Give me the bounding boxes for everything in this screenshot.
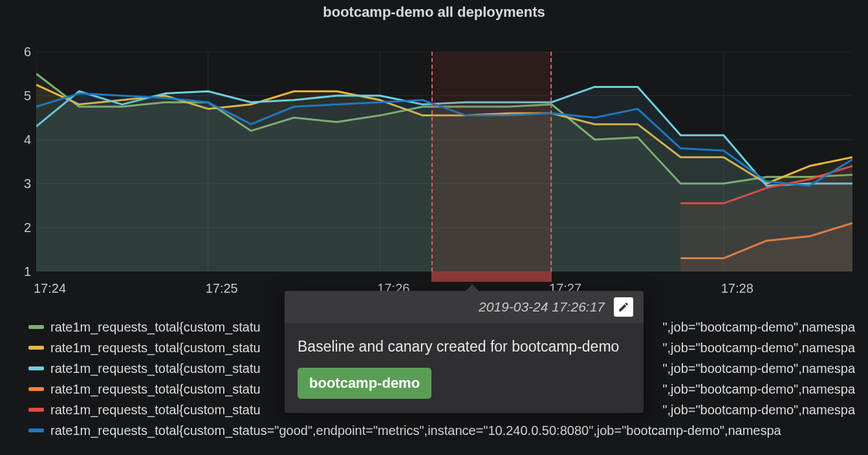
plot-area[interactable] — [36, 52, 852, 271]
annotation-region[interactable] — [431, 52, 552, 271]
x-tick-label: 17:24 — [34, 281, 66, 296]
x-tick-label: 17:25 — [206, 281, 238, 296]
tooltip-arrow — [466, 284, 479, 291]
legend-label-suffix: ",job="bootcamp-demo",namespa — [662, 320, 855, 335]
legend-label: rate1m_requests_total{custom_statu — [50, 341, 261, 355]
legend-label-suffix: ",job="bootcamp-demo",namespa — [662, 341, 855, 355]
chart-panel: bootcamp-demo all deployments 123456 17:… — [0, 0, 868, 455]
annotation-tag[interactable]: bootcamp-demo — [298, 368, 431, 399]
edit-annotation-button[interactable] — [614, 297, 633, 317]
legend-swatch — [28, 408, 44, 412]
legend-item[interactable]: rate1m_requests_total{custom_status="goo… — [28, 420, 855, 441]
legend-swatch — [28, 387, 44, 391]
x-tick-label: 17:28 — [721, 281, 754, 296]
y-tick-label: 6 — [24, 45, 31, 59]
legend-swatch — [28, 429, 44, 432]
y-axis-ticks: 123456 — [18, 52, 34, 271]
y-tick-label: 1 — [24, 264, 31, 279]
legend-label: rate1m_requests_total{custom_statu — [50, 320, 261, 335]
tooltip-header: 2019-03-24 17:26:17 — [285, 291, 644, 323]
tooltip-timestamp: 2019-03-24 17:26:17 — [479, 299, 605, 315]
legend-label: rate1m_requests_total{custom_status="goo… — [50, 423, 781, 438]
annotation-tooltip: 2019-03-24 17:26:17 Baseline and canary … — [285, 291, 644, 413]
annotation-region-handle[interactable] — [431, 271, 552, 282]
tooltip-text: Baseline and canary created for bootcamp… — [298, 336, 631, 357]
legend-label-suffix: ",job="bootcamp-demo",namespa — [662, 361, 855, 376]
chart-region[interactable]: 123456 17:2417:2517:2617:2717:28 — [18, 45, 852, 309]
annotation-region-left-edge[interactable] — [431, 52, 433, 271]
y-tick-label: 5 — [24, 89, 31, 103]
legend-label: rate1m_requests_total{custom_statu — [50, 403, 261, 418]
legend-swatch — [28, 325, 44, 329]
pencil-icon — [618, 301, 629, 313]
legend-label-suffix: ",job="bootcamp-demo",namespa — [662, 403, 855, 418]
legend-label: rate1m_requests_total{custom_statu — [50, 361, 261, 376]
legend-swatch — [28, 366, 44, 370]
tooltip-body: Baseline and canary created for bootcamp… — [285, 323, 644, 413]
legend-label-suffix: ",job="bootcamp-demo",namespa — [662, 382, 855, 397]
y-tick-label: 2 — [24, 220, 31, 235]
annotation-region-fill — [431, 52, 552, 271]
annotation-region-right-edge[interactable] — [550, 52, 552, 271]
y-tick-label: 3 — [24, 176, 31, 191]
panel-title: bootcamp-demo all deployments — [0, 0, 868, 21]
y-tick-label: 4 — [24, 132, 31, 147]
legend-swatch — [28, 346, 44, 350]
legend-label: rate1m_requests_total{custom_statu — [50, 382, 261, 397]
